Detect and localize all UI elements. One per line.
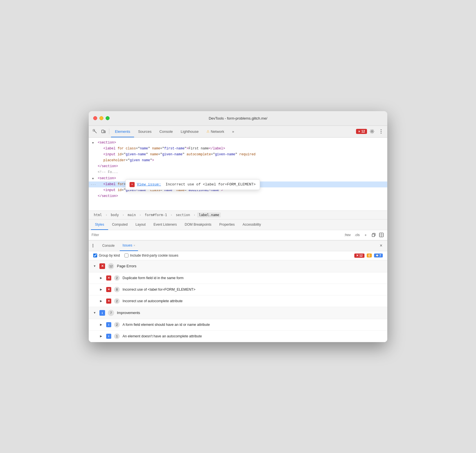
dom-line-6[interactable]: <!-- Fo... bbox=[89, 169, 387, 175]
item-label-1: Duplicate form field id in the same form bbox=[123, 276, 184, 280]
issues-tab-close[interactable]: × bbox=[134, 244, 135, 247]
item-icon-info-2 bbox=[106, 334, 111, 339]
issue-arrow-2: ▶ bbox=[100, 288, 103, 291]
item-label-2: Incorrect use of <label for=FORM_ELEMENT… bbox=[123, 288, 195, 291]
tab-computed[interactable]: Computed bbox=[108, 219, 132, 230]
breadcrumb-label[interactable]: label.name bbox=[197, 212, 221, 217]
page-errors-group-header[interactable]: ▼ ✕ 12 Page Errors bbox=[89, 260, 387, 272]
tab-dom-breakpoints[interactable]: DOM Breakpoints bbox=[181, 219, 215, 230]
improvements-count: 7 bbox=[108, 310, 114, 316]
dom-line-4[interactable]: placeholder="given name"> bbox=[89, 158, 387, 163]
issue-arrow-3: ▶ bbox=[100, 299, 103, 302]
tab-accessibility[interactable]: Accessibility bbox=[239, 219, 265, 230]
error-count: ✕ 12 bbox=[354, 254, 364, 258]
collapse-triangle-1[interactable]: ▼ bbox=[92, 141, 94, 145]
collapse-triangle-2[interactable]: ▼ bbox=[92, 177, 94, 181]
issue-item-1[interactable]: ▶ ✕ 2 Duplicate form field id in the sam… bbox=[89, 272, 387, 284]
close-button[interactable] bbox=[93, 116, 97, 120]
tab-styles[interactable]: Styles bbox=[91, 219, 108, 230]
tab-issues[interactable]: Issues × bbox=[120, 241, 138, 251]
improvements-icon bbox=[99, 310, 105, 316]
include-third-party-input[interactable] bbox=[124, 254, 128, 257]
issue-item-2[interactable]: ▶ ✕ 8 Incorrect use of <label for=FORM_E… bbox=[89, 284, 387, 295]
filter-buttons: :hov .cls + bbox=[343, 232, 384, 238]
dom-line-5[interactable]: </section> bbox=[89, 163, 387, 169]
item-icon-error-3: ✕ bbox=[106, 299, 111, 304]
svg-rect-18 bbox=[102, 312, 103, 313]
dom-line-10[interactable]: </section> bbox=[89, 193, 387, 199]
issue-tooltip: ✕ View issue: Incorrect use of <label fo… bbox=[125, 179, 260, 190]
svg-rect-25 bbox=[108, 336, 109, 337]
error-count-badge[interactable]: ✕ 12 bbox=[356, 129, 367, 134]
breadcrumb-body[interactable]: body bbox=[109, 212, 121, 217]
item-count-2: 8 bbox=[114, 287, 120, 292]
inspector-button[interactable] bbox=[378, 232, 384, 238]
tab-lighthouse[interactable]: Lighthouse bbox=[177, 126, 203, 137]
tab-network[interactable]: ⚠ Network bbox=[203, 126, 228, 137]
svg-rect-3 bbox=[104, 131, 105, 133]
svg-point-7 bbox=[381, 133, 382, 134]
breadcrumb-html[interactable]: html bbox=[92, 212, 104, 217]
filter-input[interactable] bbox=[92, 233, 343, 237]
tab-sources[interactable]: Sources bbox=[134, 126, 155, 137]
add-style-button[interactable]: + bbox=[362, 232, 369, 238]
issue-arrow-5: ▶ bbox=[100, 335, 103, 338]
item-icon-error-1: ✕ bbox=[106, 275, 111, 281]
minimize-button[interactable] bbox=[99, 116, 103, 120]
titlebar: DevTools - form-problems.glitch.me/ bbox=[89, 111, 387, 126]
dom-line-2[interactable]: <label for class="name" name="first-name… bbox=[89, 146, 387, 152]
hov-button[interactable]: :hov bbox=[343, 232, 352, 237]
svg-point-5 bbox=[381, 129, 382, 130]
copy-styles-button[interactable] bbox=[370, 232, 377, 238]
issue-item-3[interactable]: ▶ ✕ 2 Incorrect use of autocomplete attr… bbox=[89, 295, 387, 307]
svg-rect-19 bbox=[102, 313, 103, 314]
include-third-party-checkbox[interactable]: Include third-party cookie issues bbox=[124, 254, 178, 257]
tab-layout[interactable]: Layout bbox=[132, 219, 150, 230]
issues-drawer: Console Issues × × Group by kind Include… bbox=[89, 240, 387, 342]
warning-icon: ⚠ bbox=[206, 129, 210, 133]
page-errors-count: 12 bbox=[108, 263, 114, 269]
tab-elements[interactable]: Elements bbox=[111, 126, 134, 137]
tooltip-view-issue-link[interactable]: View issue: bbox=[137, 182, 161, 188]
tab-properties[interactable]: Properties bbox=[215, 219, 239, 230]
tab-event-listeners[interactable]: Event Listeners bbox=[150, 219, 181, 230]
breadcrumb-form[interactable]: form#form-1 bbox=[143, 212, 168, 217]
dom-line-1[interactable]: ▼ <section> bbox=[89, 140, 387, 146]
tooltip-message: Incorrect use of <label for=FORM_ELEMENT… bbox=[163, 182, 256, 188]
item-label-5: An element doesn't have an autocomplete … bbox=[123, 334, 202, 338]
tab-more[interactable]: » bbox=[228, 126, 238, 137]
fullscreen-button[interactable] bbox=[106, 116, 110, 120]
issue-item-5[interactable]: ▶ 1 An element doesn't have an autocompl… bbox=[89, 331, 387, 342]
svg-line-1 bbox=[94, 130, 97, 133]
issues-menu-button[interactable] bbox=[92, 243, 97, 248]
settings-button[interactable] bbox=[368, 127, 376, 135]
info-count: 💬 7 bbox=[374, 254, 383, 257]
svg-rect-21 bbox=[108, 324, 109, 324]
dom-line-3[interactable]: <input id="given-name" name="given-name"… bbox=[89, 152, 387, 158]
more-options-button[interactable] bbox=[377, 127, 385, 135]
devtools-window: DevTools - form-problems.glitch.me/ Elem… bbox=[89, 111, 387, 342]
tab-console[interactable]: Console bbox=[155, 126, 177, 137]
dom-panel: ▼ <section> <label for class="name" name… bbox=[89, 138, 387, 211]
item-count-5: 1 bbox=[114, 333, 120, 339]
group-by-kind-input[interactable] bbox=[93, 254, 97, 257]
devtools-toolbar: Elements Sources Console Lighthouse ⚠ Ne… bbox=[89, 126, 387, 138]
traffic-lights bbox=[93, 116, 110, 120]
page-errors-triangle: ▼ bbox=[93, 264, 97, 268]
improvements-group-header[interactable]: ▼ 7 Improvements bbox=[89, 307, 387, 319]
toolbar-divider bbox=[109, 129, 109, 134]
window-title: DevTools - form-problems.glitch.me/ bbox=[209, 116, 267, 120]
tab-nav: Elements Sources Console Lighthouse ⚠ Ne… bbox=[111, 126, 355, 137]
breadcrumb-section[interactable]: section bbox=[174, 212, 192, 217]
improvements-label: Improvements bbox=[117, 311, 140, 315]
device-toggle-button[interactable] bbox=[99, 127, 107, 135]
issue-item-4[interactable]: ▶ 2 A form field element should have an … bbox=[89, 319, 387, 331]
cls-button[interactable]: .cls bbox=[353, 232, 361, 237]
breadcrumb-main[interactable]: main bbox=[126, 212, 137, 217]
issues-counts: ✕ 12 0 💬 7 bbox=[354, 254, 383, 258]
tab-console-drawer[interactable]: Console bbox=[99, 241, 117, 251]
page-errors-icon: ✕ bbox=[99, 263, 105, 269]
inspect-element-button[interactable] bbox=[91, 127, 99, 135]
group-by-kind-checkbox[interactable]: Group by kind bbox=[93, 254, 120, 257]
issues-close-button[interactable]: × bbox=[378, 242, 384, 249]
